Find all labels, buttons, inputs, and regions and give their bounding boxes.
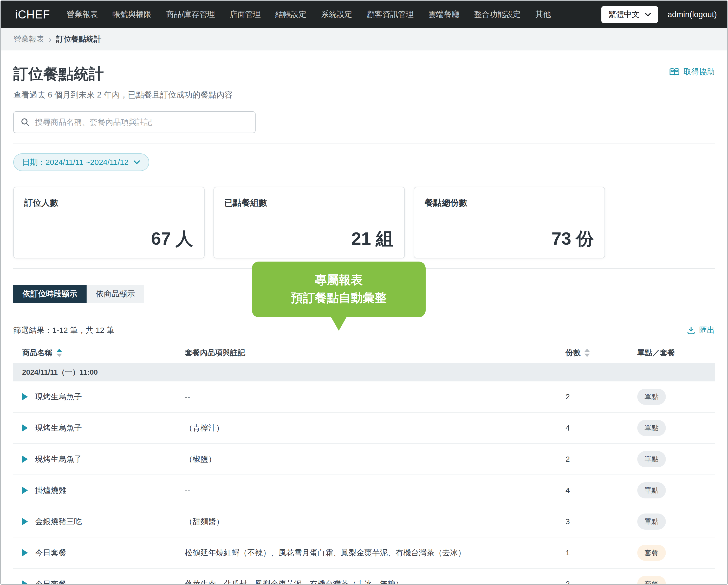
- stat-value: 67: [151, 228, 171, 249]
- export-link[interactable]: 匯出: [687, 325, 715, 336]
- divider: [13, 144, 715, 144]
- reservation-meals-table: 商品名稱 套餐內品項與註記 份數 單點／套餐 2024/11/11（一）11:0…: [13, 343, 715, 585]
- expand-row-icon[interactable]: [22, 580, 28, 585]
- main-menu: 營業報表 帳號與權限 商品/庫存管理 店面管理 結帳設定 系統設定 顧客資訊管理…: [67, 9, 602, 20]
- app-window: iCHEF 營業報表 帳號與權限 商品/庫存管理 店面管理 結帳設定 系統設定 …: [0, 0, 728, 585]
- column-header-servings: 份數: [566, 348, 580, 358]
- nav-item-accounts-permissions[interactable]: 帳號與權限: [112, 9, 152, 20]
- stat-label: 餐點總份數: [424, 197, 594, 209]
- product-name: 金銀燒豬三吃: [35, 516, 82, 527]
- product-name: 今日套餐: [35, 548, 66, 558]
- stat-unit: 份: [576, 227, 594, 251]
- type-badge: 單點: [637, 482, 666, 499]
- column-header-combo-items-notes: 套餐內品項與註記: [185, 348, 558, 358]
- combo-detail: （椒鹽）: [185, 454, 558, 465]
- expand-row-icon[interactable]: [22, 424, 28, 432]
- search-box: [13, 111, 256, 133]
- sort-icon[interactable]: [56, 349, 62, 357]
- servings-count: 4: [558, 424, 631, 432]
- promo-callout-line1: 專屬報表: [257, 271, 420, 289]
- stat-value: 21: [351, 228, 371, 249]
- chevron-down-icon: [133, 160, 140, 165]
- servings-count: 2: [558, 392, 631, 401]
- page-subtitle: 查看過去 6 個月到未來 2 年內，已點餐且訂位成功的餐點內容: [13, 90, 715, 100]
- table-row: 現烤生烏魚子 （青檸汁） 4 單點: [13, 413, 715, 444]
- type-badge: 套餐: [637, 576, 666, 585]
- servings-count: 4: [558, 486, 631, 495]
- table-header-row: 商品名稱 套餐內品項與註記 份數 單點／套餐: [13, 343, 715, 363]
- top-nav: iCHEF 營業報表 帳號與權限 商品/庫存管理 店面管理 結帳設定 系統設定 …: [1, 1, 727, 28]
- table-row: 今日套餐 蓬萊牛肉、蒲瓜封、鳳梨金棗芋泥、有機台灣茶（去冰、無糖） 2 套餐: [13, 569, 715, 585]
- breadcrumb-separator-icon: ›: [49, 34, 51, 44]
- table-row: 現烤生烏魚子 （椒鹽） 2 單點: [13, 444, 715, 475]
- nav-item-others[interactable]: 其他: [535, 9, 551, 20]
- nav-item-store-management[interactable]: 店面管理: [230, 9, 261, 20]
- type-badge: 單點: [637, 420, 666, 436]
- servings-count: 1: [558, 548, 631, 557]
- date-filter-chip[interactable]: 日期：2024/11/11 ~2024/11/12: [13, 153, 149, 171]
- expand-row-icon[interactable]: [22, 518, 28, 525]
- nav-item-integration-settings[interactable]: 整合功能設定: [474, 9, 521, 20]
- nav-item-cloud-restaurant[interactable]: 雲端餐廳: [428, 9, 460, 20]
- table-row: 現烤生烏魚子 -- 2 單點: [13, 381, 715, 413]
- expand-row-icon[interactable]: [22, 456, 28, 463]
- column-header-single-or-combo: 單點／套餐: [631, 348, 715, 358]
- language-select-value: 繁體中文: [608, 9, 639, 20]
- stat-label: 已點餐組數: [225, 197, 394, 209]
- stat-card-guests: 訂位人數 67人: [13, 187, 205, 258]
- nav-item-system-settings[interactable]: 系統設定: [321, 9, 352, 20]
- breadcrumb-parent[interactable]: 營業報表: [14, 34, 44, 45]
- breadcrumb: 營業報表 › 訂位餐點統計: [1, 28, 727, 50]
- get-help-link[interactable]: 取得協助: [669, 67, 715, 77]
- promo-callout-line2: 預訂餐點自動彙整: [257, 289, 420, 307]
- book-icon: [669, 68, 680, 76]
- export-label: 匯出: [699, 325, 715, 336]
- date-filter-label: 日期：2024/11/11 ~2024/11/12: [22, 157, 128, 168]
- sort-icon[interactable]: [584, 349, 590, 357]
- stat-unit: 人: [176, 227, 193, 251]
- nav-item-checkout-settings[interactable]: 結帳設定: [275, 9, 307, 20]
- type-badge: 單點: [637, 513, 666, 530]
- servings-count: 2: [558, 455, 631, 464]
- nav-right-group: 繁體中文 admin(logout): [601, 6, 717, 23]
- chevron-down-icon: [645, 12, 651, 17]
- search-icon: [21, 118, 30, 127]
- expand-row-icon[interactable]: [22, 549, 28, 556]
- download-icon: [687, 326, 696, 335]
- tab-by-reservation-time[interactable]: 依訂位時段顯示: [13, 285, 86, 303]
- promo-callout-bubble: 專屬報表 預訂餐點自動彙整: [252, 261, 425, 317]
- stat-card-ordered-groups: 已點餐組數 21組: [213, 187, 405, 258]
- nav-item-sales-reports[interactable]: 營業報表: [67, 9, 98, 20]
- stat-label: 訂位人數: [24, 197, 194, 209]
- search-input[interactable]: [34, 118, 248, 127]
- type-badge: 單點: [637, 451, 666, 467]
- get-help-label: 取得協助: [683, 67, 715, 77]
- table-row: 掛爐燒雞 -- 4 單點: [13, 475, 715, 506]
- expand-row-icon[interactable]: [22, 393, 28, 400]
- account-logout-link[interactable]: admin(logout): [668, 10, 717, 19]
- column-header-product-name: 商品名稱: [22, 348, 52, 358]
- stat-value: 73: [551, 228, 571, 249]
- product-name: 現烤生烏魚子: [35, 391, 82, 402]
- combo-detail: （甜麵醬）: [185, 516, 558, 527]
- combo-detail: --: [185, 486, 558, 495]
- servings-count: 3: [558, 517, 631, 526]
- product-name: 現烤生烏魚子: [35, 454, 82, 465]
- product-name: 現烤生烏魚子: [35, 423, 82, 433]
- page-title: 訂位餐點統計: [13, 64, 104, 84]
- ichef-logo: iCHEF: [15, 8, 50, 21]
- stat-cards: 訂位人數 67人 已點餐組數 21組 餐點總份數 73份: [13, 187, 715, 258]
- nav-item-product-inventory[interactable]: 商品/庫存管理: [166, 9, 215, 20]
- table-row: 金銀燒豬三吃 （甜麵醬） 3 單點: [13, 506, 715, 537]
- table-group-header: 2024/11/11（一）11:00: [13, 363, 715, 381]
- combo-detail: 松鶴延年燒紅蟳（不辣）、風花雪月蛋白霜、鳳梨金棗芋泥、有機台灣茶（去冰）: [185, 548, 558, 558]
- tab-by-product[interactable]: 依商品顯示: [86, 285, 144, 303]
- stat-unit: 組: [376, 227, 393, 251]
- product-name: 掛爐燒雞: [35, 485, 66, 496]
- results-summary: 篩選結果：1-12 筆，共 12 筆: [13, 325, 114, 336]
- nav-item-customer-info[interactable]: 顧客資訊管理: [367, 9, 414, 20]
- combo-detail: --: [185, 392, 558, 401]
- expand-row-icon[interactable]: [22, 487, 28, 494]
- language-select[interactable]: 繁體中文: [601, 6, 658, 23]
- combo-detail: （青檸汁）: [185, 423, 558, 433]
